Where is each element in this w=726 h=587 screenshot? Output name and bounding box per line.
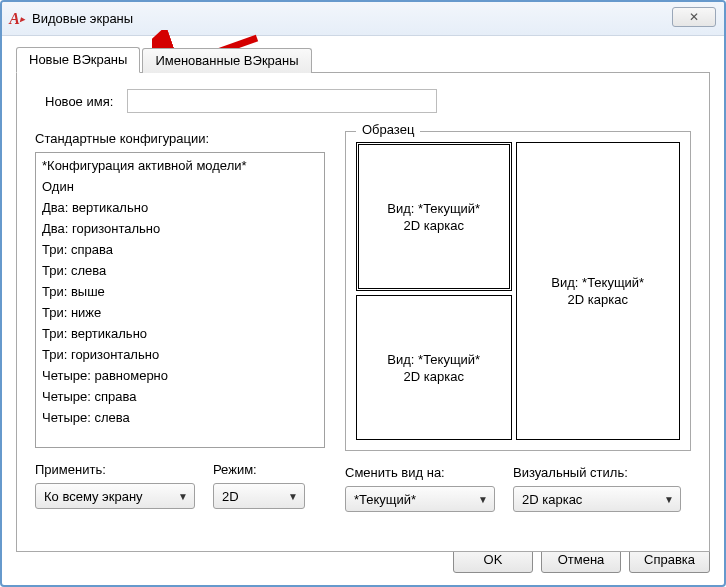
apply-combo[interactable]: Ко всему экрану ▼ (35, 483, 195, 509)
config-list-item[interactable]: Три: справа (36, 239, 324, 260)
new-name-input[interactable] (127, 89, 437, 113)
preview-line1: Вид: *Текущий* (387, 200, 480, 217)
preview-line2: 2D каркас (551, 291, 644, 308)
config-list-item[interactable]: Два: горизонтально (36, 218, 324, 239)
config-list-item[interactable]: Два: вертикально (36, 197, 324, 218)
tab-named-viewports[interactable]: Именованные ВЭкраны (142, 48, 311, 73)
chevron-down-icon: ▼ (288, 491, 298, 502)
apply-label: Применить: (35, 462, 195, 477)
new-name-row: Новое имя: (45, 89, 691, 113)
preview-fieldset: Образец Вид: *Текущий* 2D каркас (345, 131, 691, 451)
preview-viewport-right[interactable]: Вид: *Текущий* 2D каркас (516, 142, 680, 440)
close-icon: ✕ (689, 10, 699, 24)
config-list-item[interactable]: Три: слева (36, 260, 324, 281)
button-label: OK (484, 552, 503, 567)
preview-line2: 2D каркас (387, 368, 480, 385)
config-column: Стандартные конфигурации: *Конфигурация … (35, 131, 325, 512)
config-label: Стандартные конфигурации: (35, 131, 325, 146)
preview-area: Вид: *Текущий* 2D каркас Вид: *Текущий* … (356, 142, 680, 440)
config-list-item[interactable]: *Конфигурация активной модели* (36, 155, 324, 176)
tab-label: Именованные ВЭкраны (155, 53, 298, 68)
config-list-item[interactable]: Три: выше (36, 281, 324, 302)
tab-page: Новое имя: Стандартные конфигурации: *Ко… (16, 72, 710, 552)
viewports-dialog: A▸ Видовые экраны ✕ Новые ВЭкраны Именов… (0, 0, 726, 587)
config-list-item[interactable]: Три: вертикально (36, 323, 324, 344)
preview-legend: Образец (356, 122, 420, 137)
titlebar[interactable]: A▸ Видовые экраны ✕ (2, 2, 724, 36)
app-icon: A▸ (8, 10, 26, 28)
config-list-item[interactable]: Три: горизонтально (36, 344, 324, 365)
mode-combo[interactable]: 2D ▼ (213, 483, 305, 509)
new-name-label: Новое имя: (45, 94, 113, 109)
changeview-value: *Текущий* (354, 492, 416, 507)
preview-viewport-top-left[interactable]: Вид: *Текущий* 2D каркас (356, 142, 512, 291)
preview-column: Образец Вид: *Текущий* 2D каркас (345, 131, 691, 512)
chevron-down-icon: ▼ (478, 494, 488, 505)
config-listbox[interactable]: *Конфигурация активной модели*ОдинДва: в… (35, 152, 325, 448)
window-title: Видовые экраны (32, 11, 133, 26)
preview-viewport-bottom-left[interactable]: Вид: *Текущий* 2D каркас (356, 295, 512, 440)
config-list-item[interactable]: Четыре: слева (36, 407, 324, 428)
config-list-item[interactable]: Четыре: равномерно (36, 365, 324, 386)
tabstrip: Новые ВЭкраны Именованные ВЭкраны (16, 46, 710, 72)
tab-label: Новые ВЭкраны (29, 52, 127, 67)
vstyle-combo[interactable]: 2D каркас ▼ (513, 486, 681, 512)
chevron-down-icon: ▼ (664, 494, 674, 505)
mode-value: 2D (222, 489, 239, 504)
vstyle-value: 2D каркас (522, 492, 582, 507)
button-label: Отмена (558, 552, 605, 567)
preview-line1: Вид: *Текущий* (551, 274, 644, 291)
apply-value: Ко всему экрану (44, 489, 143, 504)
changeview-combo[interactable]: *Текущий* ▼ (345, 486, 495, 512)
preview-line1: Вид: *Текущий* (387, 351, 480, 368)
tab-new-viewports[interactable]: Новые ВЭкраны (16, 47, 140, 73)
config-list-item[interactable]: Три: ниже (36, 302, 324, 323)
config-list-item[interactable]: Один (36, 176, 324, 197)
mode-label: Режим: (213, 462, 305, 477)
changeview-label: Сменить вид на: (345, 465, 495, 480)
button-label: Справка (644, 552, 695, 567)
vstyle-label: Визуальный стиль: (513, 465, 681, 480)
client-area: Новые ВЭкраны Именованные ВЭкраны Новое … (2, 36, 724, 585)
config-list-item[interactable]: Четыре: справа (36, 386, 324, 407)
preview-line2: 2D каркас (387, 217, 480, 234)
chevron-down-icon: ▼ (178, 491, 188, 502)
close-button[interactable]: ✕ (672, 7, 716, 27)
